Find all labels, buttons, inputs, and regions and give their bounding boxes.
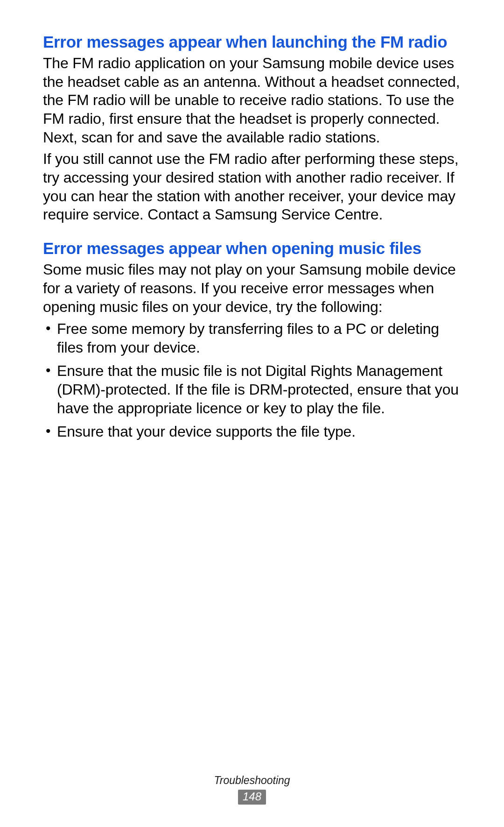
body-paragraph: If you still cannot use the FM radio aft… xyxy=(43,150,462,224)
bullet-list: Free some memory by transferring files t… xyxy=(43,320,462,441)
page-footer: Troubleshooting 148 xyxy=(0,774,504,805)
footer-section-label: Troubleshooting xyxy=(0,774,504,787)
section-heading: Error messages appear when opening music… xyxy=(43,238,462,259)
list-item: Ensure that your device supports the fil… xyxy=(43,423,462,441)
document-page: Error messages appear when launching the… xyxy=(0,0,504,827)
list-item: Ensure that the music file is not Digita… xyxy=(43,362,462,417)
list-item: Free some memory by transferring files t… xyxy=(43,320,462,357)
page-number: 148 xyxy=(238,790,266,805)
section-heading: Error messages appear when launching the… xyxy=(43,32,462,52)
body-paragraph: Some music files may not play on your Sa… xyxy=(43,261,462,316)
body-paragraph: The FM radio application on your Samsung… xyxy=(43,54,462,147)
